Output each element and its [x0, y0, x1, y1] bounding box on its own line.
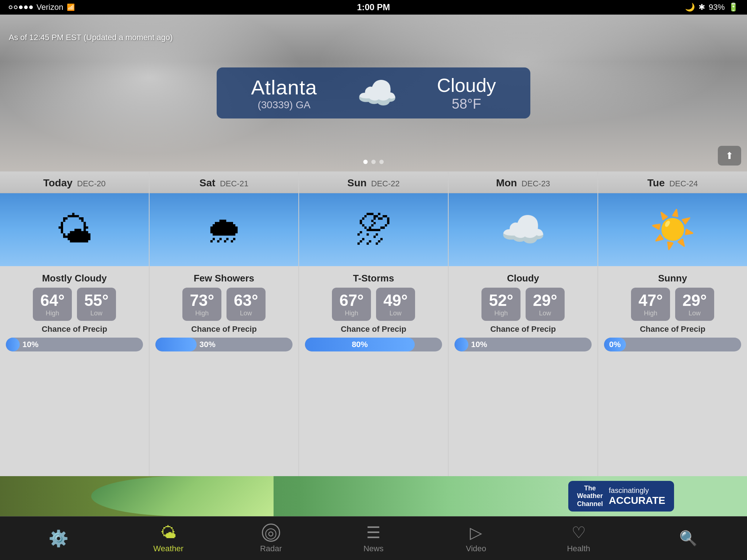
health-nav-icon: ♡	[572, 523, 586, 542]
precip-label-3: Chance of Precip	[490, 324, 556, 334]
nav-item-video[interactable]: ▷ Video	[425, 520, 527, 557]
health-nav-label: Health	[567, 544, 590, 553]
temp-high-label-0: High	[40, 310, 65, 317]
weather-banner: Atlanta (30339) GA ☁️ Cloudy 58°F	[217, 67, 530, 118]
temp-high-label-4: High	[638, 310, 663, 317]
precip-bar: 10%	[454, 338, 592, 351]
forecast-condition-3: Cloudy	[507, 273, 539, 284]
forecast-strip: Today DEC-20 🌤 Mostly Cloudy 64° High 55…	[0, 171, 747, 476]
temp-low-box-1: 63° Low	[227, 288, 266, 321]
forecast-col-1[interactable]: Sat DEC-21 🌧 Few Showers 73° High 63° Lo…	[150, 172, 299, 476]
news-nav-icon: ☰	[366, 523, 380, 542]
ad-logo: The Weather Channel	[577, 485, 603, 508]
battery-icon: 🔋	[728, 3, 738, 12]
precip-label-1: Chance of Precip	[191, 324, 257, 334]
precip-label-0: Chance of Precip	[42, 324, 107, 334]
forecast-date-4: DEC-24	[669, 179, 698, 188]
signal-dot-4	[24, 5, 28, 9]
forecast-condition-2: T-Storms	[353, 273, 394, 284]
precip-percent: 0%	[609, 340, 621, 349]
temp-high-1: 73°	[190, 291, 214, 310]
nav-item-radar[interactable]: ◎ Radar	[220, 520, 322, 557]
banner-condition-info: Cloudy 58°F	[437, 74, 496, 112]
temp-high-box-3: 52° High	[481, 288, 520, 321]
status-bar: Verizon 📶 1:00 PM 🌙 ✱ 93% 🔋	[0, 0, 747, 15]
temp-high-box-0: 64° High	[33, 288, 72, 321]
forecast-icon-area-4: ☀️	[598, 193, 747, 266]
forecast-icon-4: ☀️	[650, 208, 696, 251]
temp-low-1: 63°	[234, 291, 258, 310]
precip-bar: 30%	[155, 338, 293, 351]
ad-banner[interactable]: The Weather Channel fascinatingly ACCURA…	[0, 476, 747, 516]
temp-low-box-2: 49° Low	[376, 288, 415, 321]
precip-label-2: Chance of Precip	[341, 324, 406, 334]
forecast-icon-area-1: 🌧	[150, 193, 298, 266]
temp-high-2: 67°	[339, 291, 364, 310]
share-button[interactable]: ⬆	[718, 146, 741, 166]
forecast-col-4[interactable]: Tue DEC-24 ☀️ Sunny 47° High 29° Low Cha…	[598, 172, 747, 476]
forecast-details-3: Cloudy 52° High 29° Low Chance of Precip…	[449, 266, 597, 476]
forecast-icon-area-2: ⛈	[299, 193, 448, 266]
page-indicator	[0, 160, 747, 164]
temp-low-4: 29°	[682, 291, 707, 310]
temp-low-box-3: 29° Low	[526, 288, 565, 321]
wifi-icon: 📶	[67, 3, 75, 11]
precip-label-4: Chance of Precip	[640, 324, 705, 334]
temp-high-label-1: High	[190, 310, 214, 317]
video-nav-label: Video	[466, 544, 486, 553]
temp-low-label-1: Low	[234, 310, 258, 317]
temp-high-0: 64°	[40, 291, 65, 310]
hero-section: As of 12:45 PM EST (Updated a moment ago…	[0, 15, 747, 171]
banner-weather-icon: ☁️	[357, 74, 398, 112]
forecast-temps-0: 64° High 55° Low	[33, 288, 116, 321]
timestamp-label: As of 12:45 PM EST (Updated a moment ago…	[9, 33, 173, 42]
temp-high-label-3: High	[489, 310, 513, 317]
nav-item-news[interactable]: ☰ News	[322, 520, 425, 557]
forecast-date-2: DEC-22	[371, 179, 400, 188]
forecast-col-2[interactable]: Sun DEC-22 ⛈ T-Storms 67° High 49° Low C…	[299, 172, 449, 476]
forecast-icon-2: ⛈	[355, 209, 392, 251]
signal-dot-1	[9, 5, 12, 9]
forecast-day-2: Sun	[347, 177, 367, 188]
temp-low-label-2: Low	[383, 310, 408, 317]
video-nav-icon: ▷	[470, 523, 482, 542]
forecast-day-4: Tue	[647, 177, 665, 188]
forecast-header-2: Sun DEC-22	[299, 172, 448, 193]
forecast-details-0: Mostly Cloudy 64° High 55° Low Chance of…	[0, 266, 149, 476]
forecast-icon-area-0: 🌤	[0, 193, 149, 266]
forecast-condition-1: Few Showers	[194, 273, 254, 284]
forecast-details-1: Few Showers 73° High 63° Low Chance of P…	[150, 266, 298, 476]
weather-nav-icon: 🌤	[160, 524, 177, 542]
forecast-details-4: Sunny 47° High 29° Low Chance of Precip …	[598, 266, 747, 476]
temp-low-box-0: 55° Low	[77, 288, 116, 321]
forecast-details-2: T-Storms 67° High 49° Low Chance of Prec…	[299, 266, 448, 476]
temp-low-label-4: Low	[682, 310, 707, 317]
signal-dots	[9, 5, 33, 9]
forecast-col-0[interactable]: Today DEC-20 🌤 Mostly Cloudy 64° High 55…	[0, 172, 150, 476]
ad-bg-circle	[91, 476, 274, 516]
nav-item-health[interactable]: ♡ Health	[527, 520, 630, 557]
temp-high-box-2: 67° High	[332, 288, 371, 321]
temp-high-label-2: High	[339, 310, 364, 317]
weather-nav-label: Weather	[153, 544, 183, 553]
dot-2	[371, 160, 376, 164]
forecast-header-1: Sat DEC-21	[150, 172, 298, 193]
status-left: Verizon 📶	[9, 3, 75, 12]
precip-bar: 10%	[6, 338, 143, 351]
forecast-date-0: DEC-20	[77, 179, 105, 188]
settings-button[interactable]: ⚙️	[0, 525, 117, 552]
forecast-temps-3: 52° High 29° Low	[481, 288, 564, 321]
search-button[interactable]: 🔍	[630, 526, 747, 551]
forecast-col-3[interactable]: Mon DEC-23 ☁️ Cloudy 52° High 29° Low Ch…	[449, 172, 598, 476]
forecast-temps-1: 73° High 63° Low	[182, 288, 265, 321]
battery-label: 93%	[709, 3, 725, 12]
forecast-header-4: Tue DEC-24	[598, 172, 747, 193]
forecast-icon-area-3: ☁️	[449, 193, 597, 266]
nav-item-weather[interactable]: 🌤 Weather	[117, 520, 220, 557]
status-time: 1:00 PM	[357, 2, 390, 12]
radar-nav-label: Radar	[260, 544, 282, 553]
precip-percent: 10%	[23, 340, 39, 349]
ad-badge: The Weather Channel fascinatingly ACCURA…	[568, 481, 674, 512]
carrier-label: Verizon	[36, 3, 63, 12]
status-right: 🌙 ✱ 93% 🔋	[685, 3, 738, 12]
